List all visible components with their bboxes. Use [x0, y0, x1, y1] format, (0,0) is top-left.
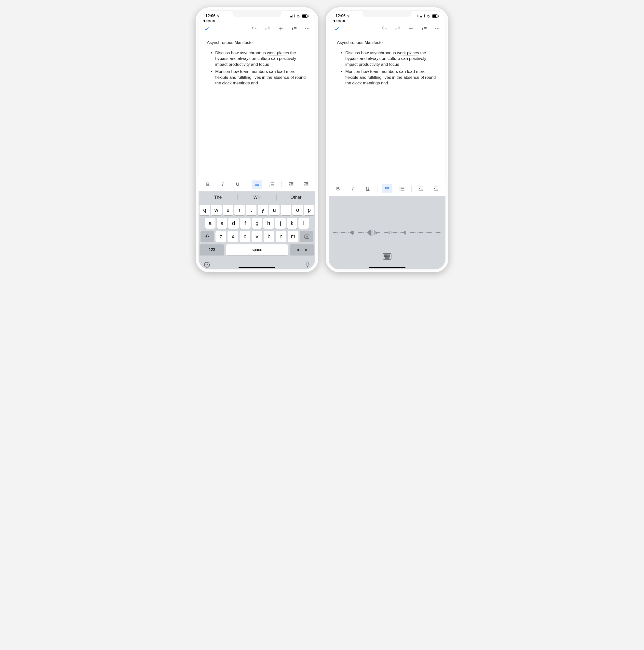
doc-title[interactable]: Asynchronous Manifesto	[207, 40, 308, 45]
key-q[interactable]: q	[200, 205, 210, 215]
notch	[232, 10, 282, 17]
document-body[interactable]: Asynchronous Manifesto Discuss how async…	[329, 34, 445, 182]
suggestion[interactable]: Will	[238, 195, 276, 200]
key-a[interactable]: a	[205, 218, 215, 229]
home-indicator[interactable]	[369, 267, 405, 268]
redo-icon	[395, 26, 400, 32]
key-u[interactable]: u	[269, 205, 280, 215]
redo-button[interactable]	[394, 26, 401, 32]
home-indicator[interactable]	[239, 267, 275, 268]
backspace-key[interactable]	[300, 231, 313, 242]
done-button[interactable]	[333, 26, 340, 32]
undo-button[interactable]	[251, 26, 257, 32]
emoji-button[interactable]	[204, 261, 210, 268]
insert-button[interactable]	[278, 26, 284, 32]
bold-button[interactable]: B	[332, 184, 343, 193]
text-format-button[interactable]	[421, 26, 427, 32]
key-r[interactable]: r	[235, 205, 245, 215]
outdent-icon	[288, 182, 294, 187]
key-i[interactable]: i	[281, 205, 291, 215]
key-w[interactable]: w	[211, 205, 221, 215]
indent-button[interactable]	[301, 180, 312, 189]
underline-button[interactable]: U	[362, 184, 373, 193]
svg-rect-80	[389, 256, 390, 257]
svg-rect-43	[438, 15, 438, 17]
svg-point-50	[385, 187, 386, 188]
svg-point-33	[205, 262, 210, 267]
svg-rect-16	[256, 183, 259, 183]
key-h[interactable]: h	[263, 218, 274, 229]
key-s[interactable]: s	[217, 218, 227, 229]
key-t[interactable]: t	[246, 205, 256, 215]
key-b[interactable]: b	[263, 231, 274, 242]
back-to-search[interactable]: Search	[329, 19, 445, 24]
document-body[interactable]: Asynchronous Manifesto Discuss how async…	[199, 34, 315, 177]
indent-button[interactable]	[431, 184, 441, 193]
key-k[interactable]: k	[287, 218, 297, 229]
undo-button[interactable]	[381, 26, 388, 32]
svg-rect-64	[421, 189, 423, 189]
italic-button[interactable]: I	[348, 184, 358, 193]
space-key[interactable]: space	[226, 244, 288, 255]
italic-button[interactable]: I	[217, 180, 228, 189]
wifi-icon	[296, 14, 300, 18]
app-toolbar	[199, 24, 315, 34]
text-format-button[interactable]	[291, 26, 297, 32]
svg-rect-75	[389, 255, 390, 255]
done-button[interactable]	[204, 26, 210, 32]
back-to-search[interactable]: Search	[199, 19, 315, 24]
key-p[interactable]: p	[304, 205, 314, 215]
key-v[interactable]: v	[252, 231, 262, 242]
bold-button[interactable]: B	[203, 180, 213, 189]
outdent-button[interactable]	[416, 184, 427, 193]
key-d[interactable]: d	[228, 218, 239, 229]
key-f[interactable]: f	[240, 218, 251, 229]
svg-rect-78	[386, 256, 387, 257]
plus-icon	[408, 26, 414, 31]
bullet-item[interactable]: Discuss how asynchronous work places the…	[345, 50, 438, 67]
wifi-icon	[426, 14, 430, 18]
bullet-item[interactable]: Mention how team members can lead more f…	[215, 69, 308, 86]
key-z[interactable]: z	[215, 231, 226, 242]
insert-button[interactable]	[408, 26, 414, 32]
underline-button[interactable]: U	[232, 180, 243, 189]
key-e[interactable]: e	[223, 205, 233, 215]
more-button[interactable]	[434, 26, 440, 32]
bullet-item[interactable]: Discuss how asynchronous work places the…	[215, 50, 308, 67]
key-y[interactable]: y	[258, 205, 268, 215]
key-g[interactable]: g	[252, 218, 262, 229]
key-o[interactable]: o	[292, 205, 302, 215]
phone-left: 12:06 Search	[195, 7, 318, 273]
svg-rect-74	[388, 255, 388, 255]
svg-text:3: 3	[399, 189, 400, 191]
key-x[interactable]: x	[227, 231, 238, 242]
text-format-icon	[291, 26, 297, 32]
key-c[interactable]: c	[240, 231, 250, 242]
svg-rect-66	[434, 187, 438, 187]
suggestion[interactable]: The	[199, 195, 237, 200]
key-l[interactable]: l	[298, 218, 309, 229]
numeric-key[interactable]: 123	[200, 244, 224, 255]
keyboard-toggle-button[interactable]	[383, 253, 391, 260]
separator	[377, 185, 378, 192]
numbered-list-button[interactable]: 123	[397, 184, 407, 193]
key-m[interactable]: m	[288, 231, 298, 242]
svg-rect-31	[306, 184, 308, 185]
bullet-item[interactable]: Mention how team members can lead more f…	[345, 69, 438, 86]
return-key[interactable]: return	[290, 244, 314, 255]
emoji-icon	[204, 261, 210, 268]
svg-rect-71	[384, 255, 385, 255]
key-j[interactable]: j	[275, 218, 286, 229]
bulleted-list-button[interactable]	[382, 184, 392, 193]
numbered-list-button[interactable]: 123	[266, 180, 277, 189]
key-n[interactable]: n	[276, 231, 286, 242]
dictation-button[interactable]	[305, 261, 311, 268]
cellular-icon	[290, 14, 294, 17]
shift-key[interactable]	[201, 231, 214, 242]
outdent-button[interactable]	[286, 180, 296, 189]
bulleted-list-button[interactable]	[252, 180, 262, 189]
doc-title[interactable]: Asynchronous Manifesto	[337, 40, 438, 45]
suggestion[interactable]: Other	[277, 195, 315, 200]
more-button[interactable]	[304, 26, 311, 32]
redo-button[interactable]	[264, 26, 271, 32]
